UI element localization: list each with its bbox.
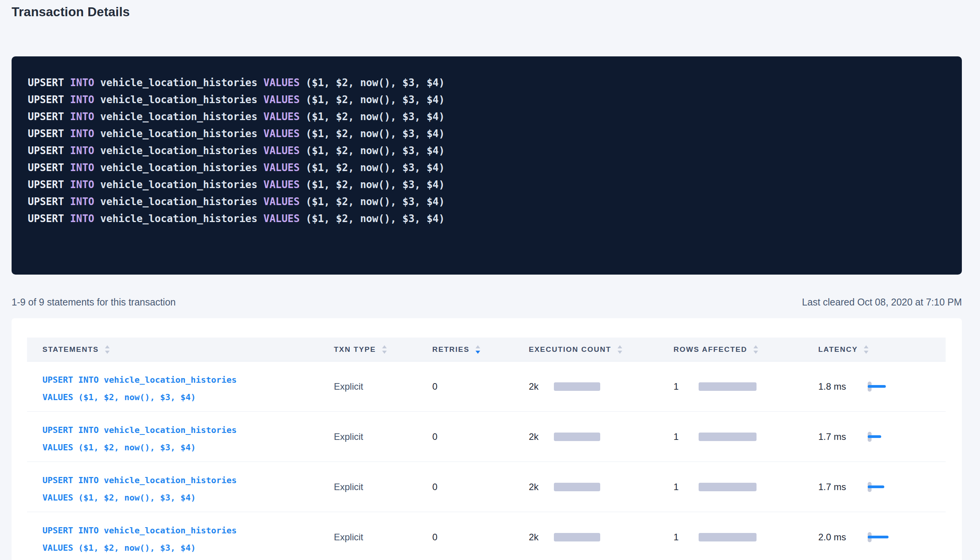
column-label: STATEMENTS — [42, 345, 99, 354]
statement-line-1: UPSERT INTO vehicle_location_histories — [42, 472, 330, 489]
execution-count-bar — [554, 433, 600, 441]
execution-count-value: 2k — [529, 431, 554, 442]
statement-line-2: VALUES ($1, $2, now(), $3, $4) — [42, 539, 330, 557]
retries-value: 0 — [432, 431, 437, 442]
txn-type-value: Explicit — [334, 482, 363, 492]
latency-bar — [868, 435, 881, 438]
latency-bar — [868, 385, 886, 388]
rows-affected-cell: 1 — [670, 361, 814, 411]
latency-bar — [868, 485, 884, 488]
sql-statement-line: UPSERT INTO vehicle_location_histories V… — [28, 74, 946, 91]
statement-line-1: UPSERT INTO vehicle_location_histories — [42, 522, 330, 539]
statement-line-2: VALUES ($1, $2, now(), $3, $4) — [42, 439, 330, 456]
sort-arrows-icon — [382, 345, 387, 354]
txn-type-cell: Explicit — [330, 361, 428, 411]
column-header-rows-affected[interactable]: ROWS AFFECTED — [670, 338, 814, 361]
statements-summary-row: 1-9 of 9 statements for this transaction… — [12, 297, 962, 308]
execution-count-bar — [554, 382, 600, 391]
rows-affected-cell: 1 — [670, 412, 814, 462]
column-header-latency[interactable]: LATENCY — [814, 338, 946, 361]
column-label: EXECUTION COUNT — [529, 345, 611, 354]
statement-line-2: VALUES ($1, $2, now(), $3, $4) — [42, 489, 330, 506]
sql-statement-line: UPSERT INTO vehicle_location_histories V… — [28, 176, 946, 193]
execution-count-value: 2k — [529, 381, 554, 392]
column-header-txn-type[interactable]: TXN TYPE — [330, 338, 428, 361]
rows-affected-value: 1 — [674, 431, 699, 442]
txn-type-cell: Explicit — [330, 412, 428, 462]
sort-desc-icon — [476, 351, 480, 354]
latency-value: 2.0 ms — [818, 532, 868, 543]
sort-asc-icon — [105, 345, 110, 348]
last-cleared-timestamp: Last cleared Oct 08, 2020 at 7:10 PM — [802, 297, 962, 308]
column-label: RETRIES — [432, 345, 469, 354]
sort-desc-icon — [864, 351, 868, 354]
latency-cell: 2.0 ms — [814, 512, 946, 560]
statement-line-2: VALUES ($1, $2, now(), $3, $4) — [42, 389, 330, 406]
execution-count-cell: 2k — [525, 462, 670, 512]
sort-asc-icon — [476, 345, 480, 348]
retries-cell: 0 — [428, 512, 525, 560]
sql-statement-line: UPSERT INTO vehicle_location_histories V… — [28, 125, 946, 142]
statements-table-header: STATEMENTSTXN TYPERETRIESEXECUTION COUNT… — [27, 338, 946, 361]
latency-bar-chart — [868, 381, 902, 392]
statement-link[interactable]: UPSERT INTO vehicle_location_historiesVA… — [42, 421, 330, 456]
sort-desc-icon — [105, 351, 110, 354]
execution-count-value: 2k — [529, 482, 554, 492]
column-header-retries[interactable]: RETRIES — [428, 338, 525, 361]
rows-affected-bar — [699, 382, 757, 391]
statements-table-card: STATEMENTSTXN TYPERETRIESEXECUTION COUNT… — [12, 318, 962, 560]
statement-link[interactable]: UPSERT INTO vehicle_location_historiesVA… — [42, 472, 330, 506]
table-row: UPSERT INTO vehicle_location_historiesVA… — [27, 361, 946, 412]
statement-line-1: UPSERT INTO vehicle_location_histories — [42, 371, 330, 389]
retries-value: 0 — [432, 532, 437, 543]
sort-asc-icon — [618, 345, 622, 348]
table-row: UPSERT INTO vehicle_location_historiesVA… — [27, 412, 946, 462]
sort-desc-icon — [753, 351, 758, 354]
page-title: Transaction Details — [12, 5, 130, 19]
latency-value: 1.7 ms — [818, 431, 868, 442]
sort-desc-icon — [382, 351, 387, 354]
retries-cell: 0 — [428, 462, 525, 512]
statement-cell: UPSERT INTO vehicle_location_historiesVA… — [27, 512, 330, 560]
rows-affected-value: 1 — [674, 532, 699, 543]
txn-type-value: Explicit — [334, 532, 363, 543]
rows-affected-bar — [699, 433, 757, 441]
sql-statement-line: UPSERT INTO vehicle_location_histories V… — [28, 108, 946, 125]
txn-type-value: Explicit — [334, 381, 363, 392]
retries-value: 0 — [432, 381, 437, 392]
latency-value: 1.7 ms — [818, 482, 868, 492]
execution-count-cell: 2k — [525, 512, 670, 560]
latency-cell: 1.7 ms — [814, 412, 946, 462]
statement-link[interactable]: UPSERT INTO vehicle_location_historiesVA… — [42, 522, 330, 557]
column-label: TXN TYPE — [334, 345, 376, 354]
statement-link[interactable]: UPSERT INTO vehicle_location_historiesVA… — [42, 371, 330, 406]
txn-type-value: Explicit — [334, 431, 363, 442]
rows-affected-bar — [699, 483, 757, 491]
sql-statement-line: UPSERT INTO vehicle_location_histories V… — [28, 193, 946, 210]
execution-count-cell: 2k — [525, 361, 670, 411]
txn-type-cell: Explicit — [330, 462, 428, 512]
column-label: ROWS AFFECTED — [674, 345, 747, 354]
column-header-execution-count[interactable]: EXECUTION COUNT — [525, 338, 670, 361]
execution-count-cell: 2k — [525, 412, 670, 462]
execution-count-bar — [554, 533, 600, 541]
sort-desc-icon — [618, 351, 622, 354]
rows-affected-bar — [699, 533, 757, 541]
latency-value: 1.8 ms — [818, 381, 868, 392]
column-header-statements[interactable]: STATEMENTS — [27, 338, 330, 361]
statements-table-body: UPSERT INTO vehicle_location_historiesVA… — [27, 361, 946, 560]
execution-count-bar — [554, 483, 600, 491]
latency-cell: 1.7 ms — [814, 462, 946, 512]
sort-arrows-icon — [105, 345, 110, 354]
sort-arrows-icon — [618, 345, 622, 354]
table-row: UPSERT INTO vehicle_location_historiesVA… — [27, 462, 946, 512]
statement-line-1: UPSERT INTO vehicle_location_histories — [42, 421, 330, 439]
rows-affected-value: 1 — [674, 381, 699, 392]
latency-bar-chart — [868, 482, 902, 492]
txn-type-cell: Explicit — [330, 512, 428, 560]
retries-value: 0 — [432, 482, 437, 492]
latency-bar-chart — [868, 532, 902, 543]
sort-asc-icon — [864, 345, 868, 348]
latency-cell: 1.8 ms — [814, 361, 946, 411]
latency-bar — [868, 536, 889, 538]
